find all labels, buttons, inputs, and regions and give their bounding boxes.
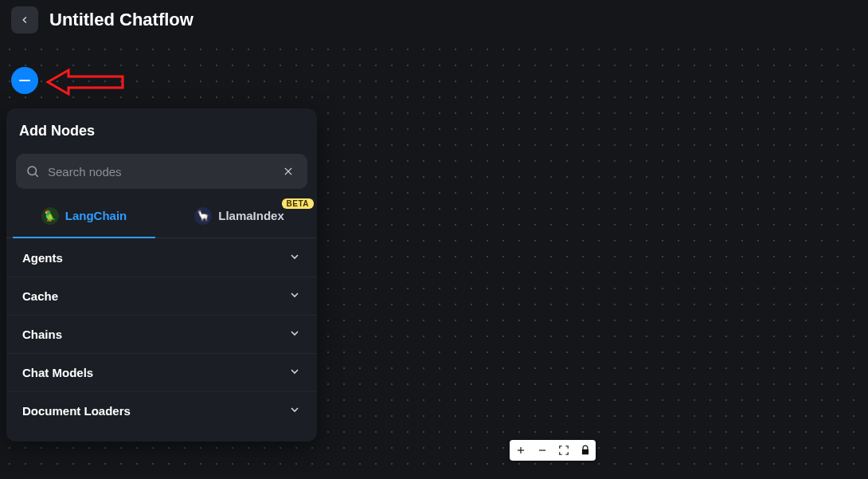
chevron-down-icon	[288, 365, 301, 380]
zoom-out-button[interactable]	[533, 441, 552, 460]
category-list[interactable]: Agents Cache Chains Chat Models Document…	[6, 238, 317, 442]
zoom-toolbar	[510, 440, 596, 461]
close-icon	[283, 166, 294, 177]
tab-label: LlamaIndex	[218, 209, 284, 222]
minus-icon	[19, 80, 30, 81]
provider-tabs: 🦜 LangChain 🦙 LlamaIndex BETA	[6, 194, 317, 238]
plus-icon	[515, 445, 526, 456]
search-input[interactable]	[48, 165, 279, 179]
minus-icon	[537, 445, 548, 456]
chevron-down-icon	[288, 327, 301, 342]
fit-view-icon	[558, 445, 569, 456]
add-nodes-panel: Add Nodes 🦜 LangChain 🦙 LlamaIndex BETA …	[6, 108, 317, 442]
category-label: Agents	[22, 251, 63, 265]
chevron-left-icon	[19, 14, 30, 26]
beta-badge: BETA	[282, 198, 314, 209]
category-agents[interactable]: Agents	[6, 238, 317, 277]
header-bar: Untitled Chatflow	[0, 0, 868, 40]
back-button[interactable]	[11, 6, 38, 33]
search-icon	[25, 164, 40, 179]
search-field-container	[16, 154, 307, 189]
parrot-icon: 🦜	[41, 207, 59, 225]
category-cache[interactable]: Cache	[6, 277, 317, 315]
category-label: Document Loaders	[22, 404, 131, 418]
llama-icon: 🦙	[194, 207, 212, 225]
fit-view-button[interactable]	[554, 441, 573, 460]
category-label: Chat Models	[22, 366, 93, 379]
category-chains[interactable]: Chains	[6, 315, 317, 353]
category-label: Cache	[22, 289, 58, 303]
zoom-in-button[interactable]	[511, 441, 530, 460]
category-chat-models[interactable]: Chat Models	[6, 353, 317, 391]
search-clear-button[interactable]	[279, 162, 298, 181]
chevron-down-icon	[288, 403, 301, 418]
chevron-down-icon	[288, 289, 301, 304]
svg-point-1	[28, 167, 37, 175]
tab-langchain[interactable]: 🦜 LangChain	[6, 194, 162, 238]
svg-line-2	[35, 174, 37, 176]
category-label: Chains	[22, 328, 62, 341]
chevron-down-icon	[288, 250, 301, 265]
tab-label: LangChain	[65, 209, 127, 222]
app-root: Untitled Chatflow Add Nodes 🦜 LangChain	[0, 0, 868, 479]
toggle-nodes-panel-button[interactable]	[11, 67, 38, 94]
page-title: Untitled Chatflow	[49, 10, 194, 30]
panel-title: Add Nodes	[6, 108, 317, 146]
lock-icon	[580, 445, 591, 456]
category-document-loaders[interactable]: Document Loaders	[6, 391, 317, 430]
lock-button[interactable]	[576, 441, 595, 460]
tab-llamaindex[interactable]: 🦙 LlamaIndex BETA	[162, 194, 317, 238]
